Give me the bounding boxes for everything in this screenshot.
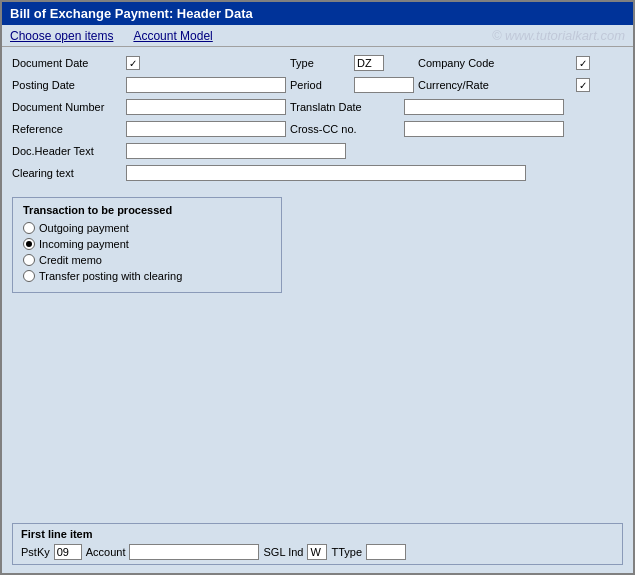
clearing-text-label: Clearing text <box>12 167 122 179</box>
clearing-text-input[interactable] <box>126 165 526 181</box>
period-input[interactable] <box>354 77 414 93</box>
radio-transfer-icon[interactable] <box>23 270 35 282</box>
posting-date-input[interactable]: 15.06.2018 <box>126 77 286 93</box>
radio-incoming-icon[interactable] <box>23 238 35 250</box>
transaction-title: Transaction to be processed <box>23 204 271 216</box>
radio-outgoing-payment[interactable]: Outgoing payment <box>23 222 271 234</box>
reference-label: Reference <box>12 123 122 135</box>
first-line-box: First line item PstKy Account SGL Ind TT… <box>12 523 623 565</box>
period-label: Period <box>290 79 350 91</box>
currency-rate-label: Currency/Rate <box>418 79 528 91</box>
transaction-box: Transaction to be processed Outgoing pay… <box>12 197 282 293</box>
menu-bar: Choose open items Account Model © www.tu… <box>2 25 633 47</box>
radio-incoming-payment[interactable]: Incoming payment <box>23 238 271 250</box>
main-window: Bill of Exchange Payment: Header Data Ch… <box>0 0 635 575</box>
doc-header-text-input[interactable] <box>126 143 346 159</box>
radio-outgoing-icon[interactable] <box>23 222 35 234</box>
doc-header-text-label: Doc.Header Text <box>12 145 122 157</box>
title-bar: Bill of Exchange Payment: Header Data <box>2 2 633 25</box>
document-date-checkbox[interactable]: ✓ <box>126 56 140 70</box>
currency-rate-checkbox[interactable]: ✓ <box>576 78 590 92</box>
translation-date-input[interactable] <box>404 99 564 115</box>
type-input[interactable] <box>354 55 384 71</box>
first-line-title: First line item <box>21 528 614 540</box>
cross-cc-label: Cross-CC no. <box>290 123 400 135</box>
reference-input[interactable] <box>126 121 286 137</box>
account-label: Account <box>86 546 126 558</box>
ttype-label: TType <box>331 546 362 558</box>
menu-account-model[interactable]: Account Model <box>133 29 212 43</box>
document-date-label: Document Date <box>12 57 122 69</box>
row-1: Document Date ✓ Type Company Code ✓ <box>12 55 623 71</box>
sgl-ind-input[interactable] <box>307 544 327 560</box>
type-label: Type <box>290 57 350 69</box>
company-code-label: Company Code <box>418 57 528 69</box>
sgl-ind-label: SGL Ind <box>263 546 303 558</box>
translation-date-label: Translatn Date <box>290 101 400 113</box>
radio-credit-label: Credit memo <box>39 254 102 266</box>
radio-transfer-posting[interactable]: Transfer posting with clearing <box>23 270 271 282</box>
pstky-input[interactable] <box>54 544 82 560</box>
document-number-input[interactable] <box>126 99 286 115</box>
company-code-checkbox[interactable]: ✓ <box>576 56 590 70</box>
first-line-row: PstKy Account SGL Ind TType <box>21 544 614 560</box>
radio-credit-memo[interactable]: Credit memo <box>23 254 271 266</box>
radio-outgoing-label: Outgoing payment <box>39 222 129 234</box>
menu-choose-open-items[interactable]: Choose open items <box>10 29 113 43</box>
form-content: Document Date ✓ Type Company Code ✓ Post… <box>2 47 633 573</box>
ttype-input[interactable] <box>366 544 406 560</box>
watermark: © www.tutorialkart.com <box>492 28 625 43</box>
cross-cc-input[interactable] <box>404 121 564 137</box>
document-number-label: Document Number <box>12 101 122 113</box>
posting-date-label: Posting Date <box>12 79 122 91</box>
radio-transfer-label: Transfer posting with clearing <box>39 270 182 282</box>
radio-credit-icon[interactable] <box>23 254 35 266</box>
account-input[interactable] <box>129 544 259 560</box>
window-title: Bill of Exchange Payment: Header Data <box>10 6 253 21</box>
pstky-label: PstKy <box>21 546 50 558</box>
row-2: Posting Date 15.06.2018 Period Currency/… <box>12 77 623 93</box>
radio-incoming-label: Incoming payment <box>39 238 129 250</box>
